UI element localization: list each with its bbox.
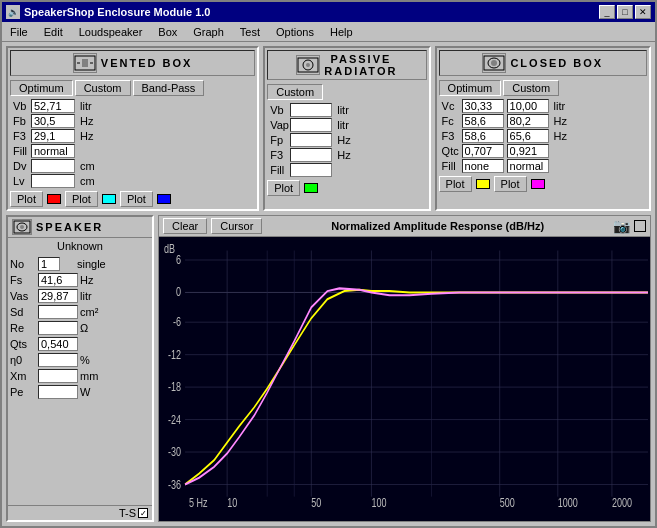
closed-box-title: CLOSED BOX [510, 57, 603, 69]
fill-v-input[interactable] [31, 144, 75, 158]
fill-pr-input[interactable] [290, 163, 332, 177]
vented-box-panel: VENTED BOX Optimum Custom Band-Pass Vb l… [6, 46, 259, 211]
closed-box-header: CLOSED BOX [439, 50, 647, 76]
svg-point-12 [20, 225, 24, 229]
app-icon: 🔊 [6, 5, 20, 19]
vas-unit: litr [80, 290, 110, 302]
re-label: Re [10, 322, 38, 334]
passive-plot-1[interactable]: Plot [267, 180, 300, 196]
svg-text:-12: -12 [168, 347, 181, 361]
vented-box-header: VENTED BOX [10, 50, 255, 76]
eta0-input[interactable] [38, 353, 78, 367]
fc-label: Fc [439, 114, 461, 128]
passive-radiator-tabs: Custom [267, 84, 426, 100]
graph-resize-icon[interactable] [634, 220, 646, 232]
vb-pr-label: Vb [267, 103, 289, 117]
menu-options[interactable]: Options [272, 25, 318, 39]
closed-plot-2[interactable]: Plot [494, 176, 527, 192]
fill-c-unit [552, 165, 580, 167]
menu-help[interactable]: Help [326, 25, 357, 39]
menu-test[interactable]: Test [236, 25, 264, 39]
closed-optimum-tab[interactable]: Optimum [439, 80, 502, 96]
fp-input[interactable] [290, 133, 332, 147]
close-button[interactable]: ✕ [635, 5, 651, 19]
vc-opt-input[interactable] [462, 99, 504, 113]
fill-v-label: Fill [10, 144, 30, 158]
pe-input[interactable] [38, 385, 78, 399]
no-input[interactable] [38, 257, 60, 271]
vented-plot-row: Plot Plot Plot [10, 191, 255, 207]
cursor-button[interactable]: Cursor [211, 218, 262, 234]
vc-cust-input[interactable] [507, 99, 549, 113]
menu-loudspeaker[interactable]: Loudspeaker [75, 25, 147, 39]
vap-unit: litr [335, 118, 363, 132]
fill-c-opt-input[interactable] [462, 159, 504, 173]
fill-c-cust-input[interactable] [507, 159, 549, 173]
ts-checkbox[interactable]: ✓ [138, 508, 148, 518]
fs-input[interactable] [38, 273, 78, 287]
fc-opt-input[interactable] [462, 114, 504, 128]
menu-edit[interactable]: Edit [40, 25, 67, 39]
clear-button[interactable]: Clear [163, 218, 207, 234]
menu-file[interactable]: File [6, 25, 32, 39]
svg-text:1000: 1000 [558, 496, 578, 510]
passive-custom-tab[interactable]: Custom [267, 84, 323, 100]
graph-title: Normalized Amplitude Response (dB/Hz) [266, 220, 609, 232]
qtc-unit [552, 150, 580, 152]
closed-plot-1[interactable]: Plot [439, 176, 472, 192]
vented-plot-2[interactable]: Plot [65, 191, 98, 207]
xm-input[interactable] [38, 369, 78, 383]
svg-rect-13 [159, 237, 650, 521]
vb-input[interactable] [31, 99, 75, 113]
vented-bandpass-tab[interactable]: Band-Pass [133, 80, 205, 96]
vap-input[interactable] [290, 118, 332, 132]
closed-custom-tab[interactable]: Custom [503, 80, 559, 96]
f3c-cust-input[interactable] [507, 129, 549, 143]
graph-area: 6 0 -6 -12 -18 -24 -30 -36 dB [159, 237, 650, 521]
fb-label: Fb [10, 114, 30, 128]
menu-graph[interactable]: Graph [189, 25, 228, 39]
fc-cust-input[interactable] [507, 114, 549, 128]
menu-box[interactable]: Box [154, 25, 181, 39]
dv-unit: cm [78, 159, 108, 173]
svg-point-9 [491, 60, 497, 66]
closed-box-tabs: Optimum Custom [439, 80, 647, 96]
fp-label: Fp [267, 133, 289, 147]
minimize-button[interactable]: _ [599, 5, 615, 19]
vented-custom-tab[interactable]: Custom [75, 80, 131, 96]
svg-point-6 [306, 63, 310, 67]
qtc-opt-input[interactable] [462, 144, 504, 158]
f3v-label: F3 [10, 129, 30, 143]
closed-box-panel: CLOSED BOX Optimum Custom Vc litr Fc [435, 46, 651, 211]
vented-plot-1[interactable]: Plot [10, 191, 43, 207]
re-input[interactable] [38, 321, 78, 335]
window-controls: _ □ ✕ [599, 5, 651, 19]
passive-radiator-header: PASSIVERADIATOR [267, 50, 426, 80]
f3-pr-input[interactable] [290, 148, 332, 162]
qtc-label: Qtc [439, 144, 461, 158]
svg-text:-24: -24 [168, 412, 181, 426]
f3c-opt-input[interactable] [462, 129, 504, 143]
vb-pr-input[interactable] [290, 103, 332, 117]
maximize-button[interactable]: □ [617, 5, 633, 19]
vas-input[interactable] [38, 289, 78, 303]
fb-input[interactable] [31, 114, 75, 128]
vb-unit: litr [78, 99, 108, 113]
lv-input[interactable] [31, 174, 75, 188]
dv-input[interactable] [31, 159, 75, 173]
svg-text:500: 500 [500, 496, 515, 510]
svg-text:-30: -30 [168, 445, 181, 459]
qtc-cust-input[interactable] [507, 144, 549, 158]
vented-box-tabs: Optimum Custom Band-Pass [10, 80, 255, 96]
camera-icon[interactable]: 📷 [613, 218, 630, 234]
qts-input[interactable] [38, 337, 78, 351]
closed-plot-row: Plot Plot [439, 176, 647, 192]
sd-input[interactable] [38, 305, 78, 319]
fill-v-unit [78, 150, 108, 152]
graph-svg: 6 0 -6 -12 -18 -24 -30 -36 dB [159, 237, 650, 521]
vb-label: Vb [10, 99, 30, 113]
vented-optimum-tab[interactable]: Optimum [10, 80, 73, 96]
main-content: VENTED BOX Optimum Custom Band-Pass Vb l… [2, 42, 655, 526]
f3v-input[interactable] [31, 129, 75, 143]
vented-plot-3[interactable]: Plot [120, 191, 153, 207]
